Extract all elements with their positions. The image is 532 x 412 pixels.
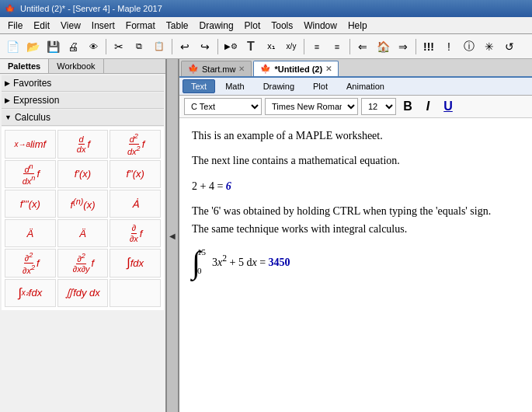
new-button[interactable]: 📄 <box>3 37 22 56</box>
doc-text-2: The next line contains a mathematical eq… <box>192 155 400 166</box>
integral-lower: 0 <box>197 264 206 278</box>
mode-tab-plot[interactable]: Plot <box>304 79 336 93</box>
doc-integral-block: ∫ 15 0 3x2 + 5 dx = 3450 <box>192 246 520 278</box>
favorites-section[interactable]: ▶ Favorites <box>2 75 164 92</box>
calc-d2dx2[interactable]: d2dx2f <box>110 130 161 159</box>
menu-edit[interactable]: Edit <box>29 19 54 33</box>
calc-dndxn[interactable]: dndxnf <box>5 160 56 189</box>
forward-button[interactable]: ⇒ <box>394 37 412 56</box>
refresh-button[interactable]: ↺ <box>500 37 519 56</box>
format-toolbar: C Text Times New Roman 12 B I U <box>179 96 532 118</box>
palettes-tab[interactable]: Palettes <box>0 59 49 73</box>
execute-button[interactable]: ▶⚙ <box>221 37 240 56</box>
calc-partial2[interactable]: ∂2∂x2f <box>5 249 56 278</box>
doc-tab-start[interactable]: 🍁 Start.mw ✕ <box>181 61 252 76</box>
exclaim-button[interactable]: !!! <box>419 37 438 56</box>
calc-ddx[interactable]: ddxf <box>57 130 109 159</box>
open-button[interactable]: 📂 <box>23 37 42 56</box>
calc-dotA[interactable]: Ȧ <box>110 190 161 218</box>
underline-button[interactable]: U <box>440 98 457 115</box>
separator-4 <box>304 39 304 54</box>
fraction-button[interactable]: x/y <box>282 37 301 56</box>
subscript-button[interactable]: x₁ <box>262 37 280 56</box>
menu-tools[interactable]: Tools <box>266 19 297 33</box>
bold-button[interactable]: B <box>399 98 416 115</box>
exclaim2-button[interactable]: ! <box>440 37 458 56</box>
calculus-grid: x→alimf ddxf d2dx2f dndxnf f'(x) f"(x) <box>2 127 164 310</box>
style-select[interactable]: C Text <box>184 98 262 115</box>
doc-line-3: The '6' was obtained by holding CTRL whe… <box>192 203 520 238</box>
redo-button[interactable]: ↪ <box>196 37 214 56</box>
palette-content: ▶ Favorites ▶ Expression ▼ Calculus x→al… <box>0 74 165 412</box>
palette-tabs: Palettes Workbook <box>0 59 165 74</box>
menu-insert[interactable]: Insert <box>87 19 120 33</box>
calc-lim[interactable]: x→alimf <box>5 130 56 159</box>
integral-expression: 3x2 + 5 dx = 3450 <box>212 252 290 271</box>
home-button[interactable]: 🏠 <box>374 37 392 56</box>
workbook-tab[interactable]: Workbook <box>49 59 103 73</box>
mode-tab-drawing[interactable]: Drawing <box>255 79 303 93</box>
title-bar: 🍁 Untitled (2)* - [Server 4] - Maple 201… <box>0 0 532 17</box>
calc-ftriple[interactable]: f'''(x) <box>5 190 56 218</box>
calc-fprime[interactable]: f'(x) <box>57 160 109 189</box>
calc-fprime2[interactable]: f"(x) <box>110 160 161 189</box>
calc-integral[interactable]: ∫f dx <box>110 249 161 278</box>
document-tabs: 🍁 Start.mw ✕ 🍁 *Untitled (2) ✕ <box>179 59 532 78</box>
align-center-button[interactable]: ≡ <box>328 37 346 56</box>
italic-button[interactable]: I <box>419 98 436 115</box>
close-untitled2-tab[interactable]: ✕ <box>325 65 332 73</box>
panel-collapse-button[interactable]: ◀ <box>167 59 179 412</box>
expression-section[interactable]: ▶ Expression <box>2 93 164 109</box>
calc-partial[interactable]: ∂∂xf <box>110 219 161 247</box>
preview-button[interactable]: 👁 <box>84 37 103 56</box>
back-button[interactable]: ⇐ <box>353 37 372 56</box>
menu-help[interactable]: Help <box>343 19 372 33</box>
cut-button[interactable]: ✂ <box>110 37 128 56</box>
calc-ddotA2[interactable]: Ä <box>57 219 109 247</box>
separator-2 <box>172 39 172 54</box>
toolbar: 📄 📂 💾 🖨 👁 ✂ ⧉ 📋 ↩ ↪ ▶⚙ T x₁ x/y ≡ ≡ ⇐ 🏠 … <box>0 34 532 59</box>
menu-drawing[interactable]: Drawing <box>195 19 238 33</box>
mode-tab-animation[interactable]: Animation <box>338 79 393 93</box>
calc-partialxy[interactable]: ∂2∂x∂yf <box>57 249 109 278</box>
separator-3 <box>217 39 218 54</box>
integral-limits: 15 0 <box>197 246 206 278</box>
right-panel: 🍁 Start.mw ✕ 🍁 *Untitled (2) ✕ Text Math… <box>179 59 532 412</box>
undo-button[interactable]: ↩ <box>176 37 194 56</box>
expression-arrow: ▶ <box>5 96 10 104</box>
integral-upper: 15 <box>197 246 206 260</box>
left-panel: Palettes Workbook ▶ Favorites ▶ Expressi… <box>0 59 167 412</box>
menu-format[interactable]: Format <box>121 19 160 33</box>
doc-tab-untitled2[interactable]: 🍁 *Untitled (2) ✕ <box>253 61 339 76</box>
calc-ddotA[interactable]: Ä <box>5 219 56 247</box>
separator-6 <box>416 39 416 54</box>
doc-text-3: The '6' was obtained by holding CTRL whe… <box>192 205 491 234</box>
calculus-section[interactable]: ▼ Calculus <box>2 110 164 126</box>
menu-window[interactable]: Window <box>299 19 342 33</box>
text-T-button[interactable]: T <box>242 37 260 56</box>
menu-table[interactable]: Table <box>162 19 193 33</box>
save-button[interactable]: 💾 <box>43 37 62 56</box>
mode-tab-math[interactable]: Math <box>217 79 252 93</box>
document-content[interactable]: This is an example of a MAPLE worksheet.… <box>179 118 532 412</box>
size-select[interactable]: 12 <box>361 98 396 115</box>
info-button[interactable]: ⓘ <box>460 37 478 56</box>
menu-plot[interactable]: Plot <box>240 19 266 33</box>
print-button[interactable]: 🖨 <box>64 37 82 56</box>
doc-line-1: This is an example of a MAPLE worksheet. <box>192 127 520 145</box>
menu-view[interactable]: View <box>56 19 85 33</box>
font-select[interactable]: Times New Roman <box>265 98 358 115</box>
paste-button[interactable]: 📋 <box>150 37 169 56</box>
star-button[interactable]: ✳ <box>480 37 499 56</box>
copy-button[interactable]: ⧉ <box>130 37 148 56</box>
align-left-button[interactable]: ≡ <box>308 37 326 56</box>
doc-tab-untitled2-label: *Untitled (2) <box>274 65 322 74</box>
close-start-tab[interactable]: ✕ <box>238 65 245 73</box>
mode-tab-text[interactable]: Text <box>183 79 215 93</box>
calculus-arrow: ▼ <box>5 113 12 121</box>
calc-fn[interactable]: f(n)(x) <box>57 190 109 218</box>
maple-leaf-icon-2: 🍁 <box>260 64 271 74</box>
calc-int1[interactable]: ∫x₂ f dx <box>5 279 56 307</box>
calc-int2[interactable]: ∬f dy dx <box>57 279 109 307</box>
menu-file[interactable]: File <box>3 19 27 33</box>
